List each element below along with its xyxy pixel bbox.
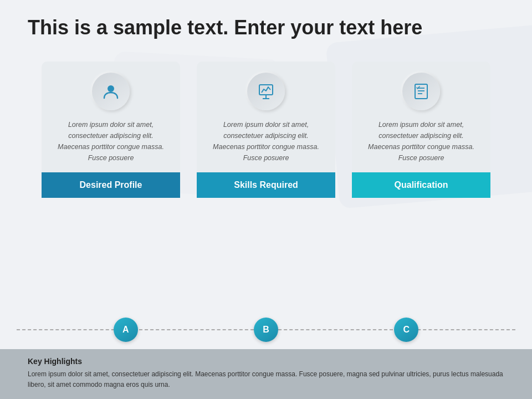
card-3: Lorem ipsum dolor sit amet, consectetuer… — [352, 62, 490, 172]
footer-bar: Key Highlights Lorem ipsum dolor sit ame… — [0, 349, 532, 399]
person-icon — [92, 73, 130, 110]
timeline-dot-a: A — [114, 318, 138, 342]
svg-rect-4 — [415, 84, 427, 99]
card-1-label: Desired Profile — [80, 180, 142, 190]
card-wrapper-3: Lorem ipsum dolor sit amet, consectetuer… — [352, 62, 490, 198]
card-2-footer: Skills Required — [197, 172, 335, 198]
card-2-body-text: Lorem ipsum dolor sit amet, consectetuer… — [208, 119, 324, 172]
main-container: This is a sample text. Enter your text h… — [0, 0, 532, 399]
card-3-label: Qualification — [395, 180, 448, 190]
card-1-body-text: Lorem ipsum dolor sit amet, consectetuer… — [53, 119, 169, 172]
card-3-body-text: Lorem ipsum dolor sit amet, consectetuer… — [363, 119, 479, 172]
card-2: Lorem ipsum dolor sit amet, consectetuer… — [197, 62, 335, 172]
title-area: This is a sample text. Enter your text h… — [0, 0, 532, 50]
timeline-section: ABC — [0, 310, 532, 349]
card-1-footer: Desired Profile — [42, 172, 180, 198]
timeline-dots-container: ABC — [0, 318, 532, 342]
svg-point-0 — [108, 85, 114, 92]
presentation-icon — [247, 73, 285, 110]
card-1: Lorem ipsum dolor sit amet, consectetuer… — [42, 62, 180, 172]
card-2-label: Skills Required — [234, 180, 298, 190]
footer-title: Key Highlights — [28, 357, 504, 366]
card-wrapper-2: Lorem ipsum dolor sit amet, consectetuer… — [197, 62, 335, 198]
timeline-dot-b: B — [254, 318, 278, 342]
card-3-footer: Qualification — [352, 172, 490, 198]
main-title: This is a sample text. Enter your text h… — [28, 16, 504, 39]
footer-text: Lorem ipsum dolor sit amet, consectetuer… — [28, 369, 504, 390]
timeline-dot-c: C — [394, 318, 418, 342]
cards-section: Lorem ipsum dolor sit amet, consectetuer… — [0, 50, 532, 310]
checklist-icon — [402, 73, 440, 110]
card-wrapper-1: Lorem ipsum dolor sit amet, consectetuer… — [42, 62, 180, 198]
